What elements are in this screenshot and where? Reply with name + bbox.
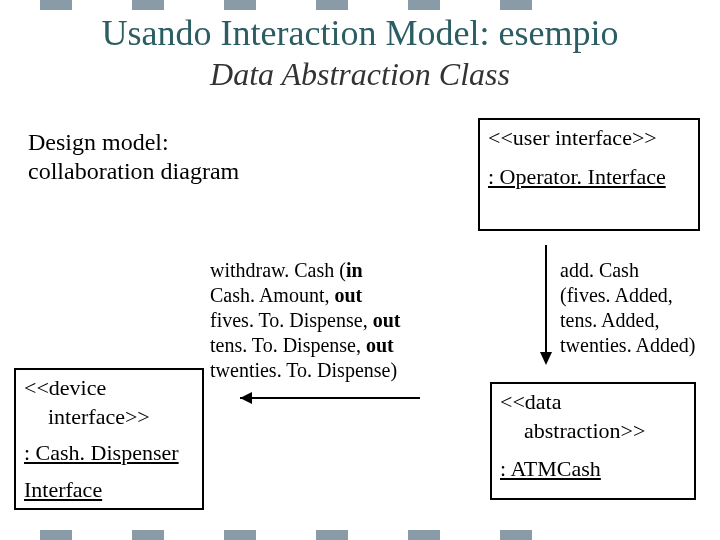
decor-square <box>500 530 532 540</box>
user-interface-stereotype: <<user interface>> <box>488 124 690 153</box>
device-name-line2: Interface <box>24 477 102 502</box>
slide-subtitle: Data Abstraction Class <box>0 56 720 93</box>
device-interface-box: <<device interface>> : Cash. Dispenser I… <box>14 368 204 510</box>
data-abs-name: : ATMCash <box>500 456 601 481</box>
decor-square <box>224 530 256 540</box>
decor-square <box>224 0 256 10</box>
arrow-withdraw-icon <box>230 388 430 408</box>
device-stereotype-line2: interface>> <box>24 404 150 429</box>
decor-square <box>316 0 348 10</box>
decor-square <box>500 0 532 10</box>
svg-marker-3 <box>540 352 552 365</box>
msg-withdraw-cash: withdraw. Cash (in Cash. Amount, out fiv… <box>210 258 470 383</box>
design-model-label: Design model: collaboration diagram <box>28 128 239 186</box>
user-interface-box: <<user interface>> : Operator. Interface <box>478 118 700 231</box>
msg-add-cash: add. Cash (fives. Added, tens. Added, tw… <box>560 258 720 358</box>
slide-title: Usando Interaction Model: esempio <box>0 14 720 54</box>
data-abs-stereotype-line1: <<data <box>500 389 561 414</box>
bottom-decor-squares <box>0 530 720 540</box>
arrow-addcash-icon <box>536 240 556 370</box>
decor-square <box>132 530 164 540</box>
data-abstraction-box: <<data abstraction>> : ATMCash <box>490 382 696 500</box>
decor-square <box>408 0 440 10</box>
user-interface-name: : Operator. Interface <box>488 163 690 192</box>
decor-square <box>40 530 72 540</box>
device-name-line1: : Cash. Dispenser <box>24 440 179 465</box>
decor-square <box>40 0 72 10</box>
svg-marker-1 <box>240 392 252 404</box>
data-abs-stereotype-line2: abstraction>> <box>500 418 645 443</box>
design-model-line2: collaboration diagram <box>28 157 239 186</box>
decor-square <box>408 530 440 540</box>
device-stereotype-line1: <<device <box>24 375 106 400</box>
design-model-line1: Design model: <box>28 128 239 157</box>
top-decor-squares <box>0 0 720 10</box>
decor-square <box>132 0 164 10</box>
decor-square <box>316 530 348 540</box>
